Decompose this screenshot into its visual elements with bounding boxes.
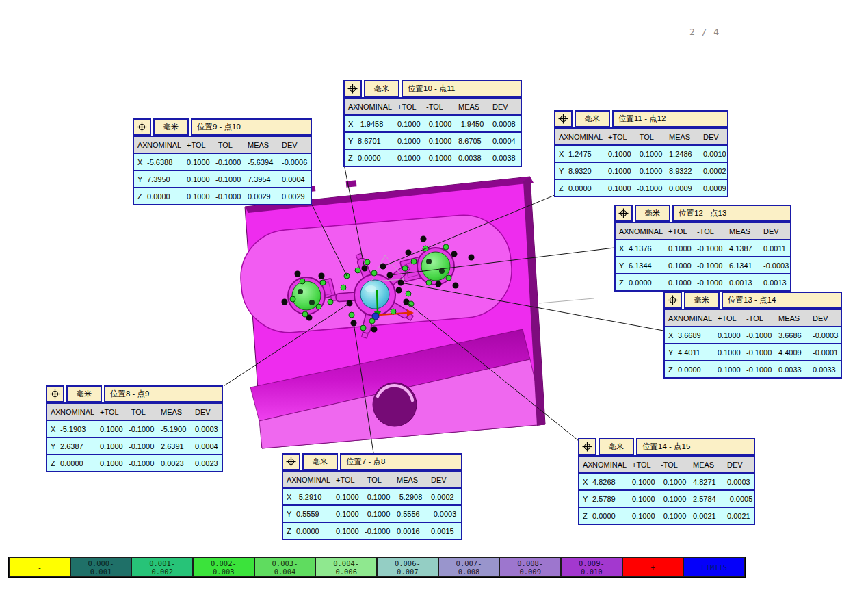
column-header-row: AXNOMINAL+TOL-TOLMEASDEV xyxy=(579,457,754,472)
position-target-icon xyxy=(343,80,362,97)
column-header: NOMINAL xyxy=(296,476,336,484)
table-pos8: 毫米位置8 - 点9AXNOMINAL+TOL-TOLMEASDEVX-5.19… xyxy=(46,385,223,472)
column-header: NOMINAL xyxy=(358,103,397,111)
column-header: MEAS xyxy=(161,408,195,416)
table-cell: -0.1000 xyxy=(661,478,693,486)
column-header: MEAS xyxy=(693,461,727,469)
table-pos10: 毫米位置10 - 点11AXNOMINAL+TOL-TOLMEASDEVX-1.… xyxy=(343,80,522,167)
table-cell: -5.6394 xyxy=(248,158,282,166)
table-cell: 4.1376 xyxy=(629,244,668,253)
segment-label-line2: 0.004 xyxy=(274,567,296,576)
table-cell: 0.0021 xyxy=(727,512,754,520)
column-header: NOMINAL xyxy=(592,461,632,469)
unit-label: 毫米 xyxy=(364,80,399,97)
column-header-row: AXNOMINAL+TOL-TOLMEASDEV xyxy=(47,404,222,420)
table-cell: Y xyxy=(134,175,147,183)
position-target-icon xyxy=(46,385,64,402)
table-cell: -1.9450 xyxy=(458,120,492,128)
mounting-hole xyxy=(373,383,417,426)
table-pos9: 毫米位置9 - 点10AXNOMINAL+TOL-TOLMEASDEVX-5.6… xyxy=(133,118,312,205)
table-cell: 0.1000 xyxy=(718,348,746,357)
column-header: +TOL xyxy=(100,408,129,416)
table-cell: -0.1000 xyxy=(365,527,397,535)
column-header: +TOL xyxy=(718,314,746,322)
table-cell: 0.1000 xyxy=(397,137,426,145)
table-cell: 0.0003 xyxy=(727,478,754,486)
table-cell: 0.0004 xyxy=(492,137,521,145)
column-header: +TOL xyxy=(397,103,426,111)
table-cell: -0.1000 xyxy=(661,512,693,520)
table-cell: -0.1000 xyxy=(637,150,669,158)
table-title: 位置7 - 点8 xyxy=(340,453,462,470)
segment-label-line1: 0.006- xyxy=(395,559,421,567)
table-cell: Z xyxy=(47,459,60,468)
table-body: AXNOMINAL+TOL-TOLMEASDEVX-5.63880.1000-0… xyxy=(133,136,312,205)
table-cell: 0.0011 xyxy=(763,244,790,253)
table-cell: -0.0003 xyxy=(763,261,790,270)
table-pos13: 毫米位置13 - 点14AXNOMINAL+TOL-TOLMEASDEVX3.6… xyxy=(663,292,842,379)
segment-label-line2: 0.009 xyxy=(519,567,541,576)
segment-label-line2: 0.010 xyxy=(581,567,603,576)
table-cell: -0.1000 xyxy=(746,348,778,357)
table-cell: X xyxy=(616,244,629,253)
table-cell: -0.1000 xyxy=(746,331,778,340)
table-cell: -5.1900 xyxy=(161,425,195,433)
table-cell: Z xyxy=(579,512,592,520)
column-header: AX xyxy=(665,314,678,322)
table-pos11: 毫米位置11 - 点12AXNOMINAL+TOL-TOLMEASDEVX1.2… xyxy=(554,110,728,197)
column-header: +TOL xyxy=(187,141,215,149)
column-header-row: AXNOMINAL+TOL-TOLMEASDEV xyxy=(616,223,790,239)
table-cell: 0.1000 xyxy=(187,192,215,201)
table-cell: 3.6689 xyxy=(678,331,718,340)
table-body: AXNOMINAL+TOL-TOLMEASDEVX-5.19030.1000-0… xyxy=(46,402,223,472)
table-cell: 4.1387 xyxy=(729,244,763,253)
table-header-row: 毫米位置12 - 点13 xyxy=(614,205,791,222)
position-target-icon xyxy=(133,118,151,136)
column-header: AX xyxy=(345,103,358,111)
table-cell: 1.2486 xyxy=(669,150,703,158)
table-row: Y7.39500.1000-0.10007.39540.0004 xyxy=(134,170,311,187)
color-scale-segment: - xyxy=(9,557,70,577)
table-cell: X xyxy=(47,425,60,433)
table-row: Z0.00000.1000-0.10000.00330.0033 xyxy=(665,360,841,377)
table-cell: 0.1000 xyxy=(632,495,661,503)
segment-label-line1: 0.004- xyxy=(333,559,359,567)
table-cell: -0.0003 xyxy=(431,510,461,518)
table-cell: -5.6388 xyxy=(147,158,187,166)
table-cell: -0.1000 xyxy=(697,279,729,287)
segment-label-line1: + xyxy=(650,563,655,572)
table-cell: Z xyxy=(665,366,678,374)
table-cell: Z xyxy=(345,154,358,162)
table-cell: 0.1000 xyxy=(632,478,661,486)
measurement-table: 毫米位置7 - 点8AXNOMINAL+TOL-TOLMEASDEVX-5.29… xyxy=(282,453,462,540)
segment-label-line2: 0.008 xyxy=(458,567,480,576)
segment-label-line1: 0.008- xyxy=(517,559,543,567)
table-cell: 0.0010 xyxy=(703,150,727,158)
column-header-row: AXNOMINAL+TOL-TOLMEASDEV xyxy=(345,99,521,114)
table-cell: 0.0009 xyxy=(703,184,727,192)
column-header: MEAS xyxy=(669,133,703,141)
table-cell: 0.0002 xyxy=(703,167,727,175)
table-row: X4.13760.1000-0.10004.13870.0011 xyxy=(616,239,790,256)
table-cell: 0.0013 xyxy=(763,279,790,287)
table-cell: -0.1000 xyxy=(426,154,458,162)
segment-label-line1: 0.003- xyxy=(272,559,298,567)
table-cell: 0.0033 xyxy=(778,366,813,374)
table-cell: 0.0033 xyxy=(813,366,841,374)
column-header-row: AXNOMINAL+TOL-TOLMEASDEV xyxy=(283,472,461,487)
column-header-row: AXNOMINAL+TOL-TOLMEASDEV xyxy=(665,310,841,326)
position-target-icon xyxy=(282,453,300,470)
table-cell: 0.1000 xyxy=(632,512,661,520)
table-cell: 0.0000 xyxy=(60,459,100,468)
column-header: -TOL xyxy=(426,103,458,111)
segment-label-line1: 0.002- xyxy=(211,559,237,567)
table-cell: Y xyxy=(345,137,358,145)
table-cell: -0.1000 xyxy=(129,442,161,450)
column-header: MEAS xyxy=(778,314,813,322)
table-cell: 0.1000 xyxy=(718,331,746,340)
column-header: -TOL xyxy=(215,141,248,149)
table-cell: Y xyxy=(283,510,296,518)
table-cell: X xyxy=(345,120,358,128)
table-pos7: 毫米位置7 - 点8AXNOMINAL+TOL-TOLMEASDEVX-5.29… xyxy=(282,453,462,540)
table-cell: Z xyxy=(555,184,568,192)
